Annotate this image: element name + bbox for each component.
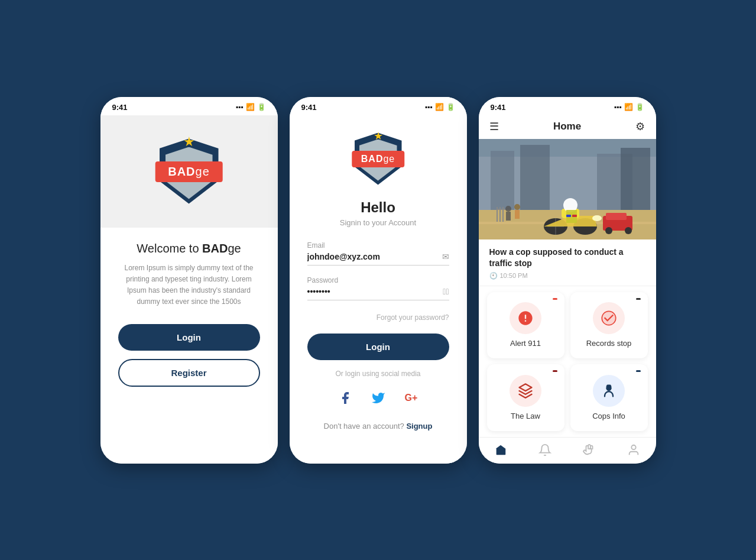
svg-rect-18 [572, 215, 577, 217]
status-icons-2: ▪▪▪ 📶 🔋 [425, 103, 455, 111]
records-icon-circle [593, 302, 625, 334]
email-field[interactable] [307, 252, 442, 261]
svg-rect-30 [497, 209, 505, 210]
welcome-brand: BAD [202, 242, 228, 255]
badge-banner-1: BADge [155, 161, 223, 182]
card1-label: Alert 911 [510, 339, 541, 348]
cops-icon-circle [593, 375, 625, 407]
clock-icon: 🕙 [489, 272, 498, 280]
welcome-title: Welcome to BADge [137, 242, 241, 255]
hamburger-icon[interactable]: ☰ [489, 120, 499, 133]
social-label: Or login using social media [335, 370, 420, 378]
feature-grid: Alert 911 Records stop [479, 286, 656, 437]
screen1-content: Welcome to BADge Lorem Ipsum is simply d… [100, 228, 278, 464]
badge-light-2: ge [383, 154, 395, 164]
screen2-body: ★ BADge Hello Signin to your Account Ema… [290, 115, 467, 464]
badge-star-1: ★ [183, 134, 195, 150]
password-toggle-icon[interactable]: 👁̸ [443, 287, 449, 296]
gplus-icon: G+ [405, 393, 418, 403]
status-time-3: 9:41 [491, 103, 506, 112]
bottom-nav [479, 437, 656, 464]
badge-shield-1: ★ BADge [157, 139, 222, 210]
card1-dot [553, 298, 557, 300]
status-bar-1: 9:41 ▪▪▪ 📶 🔋 [100, 97, 278, 115]
svg-rect-33 [607, 384, 611, 386]
nav-notifications-button[interactable] [538, 444, 551, 457]
signal-icon-3: ▪▪▪ [614, 103, 622, 111]
status-icons-3: ▪▪▪ 📶 🔋 [614, 103, 644, 111]
nav-profile-button[interactable] [627, 444, 640, 457]
badge-text-bold-1: BAD [168, 165, 195, 178]
status-icons-1: ▪▪▪ 📶 🔋 [236, 103, 266, 111]
screen2-phone: 9:41 ▪▪▪ 📶 🔋 ★ BADge Hello Signin to you [290, 97, 467, 464]
card2-dot [636, 298, 641, 300]
news-card: How a cop supposed to conduct a traffic … [479, 239, 656, 286]
badge-shield-2: ★ BADge [352, 133, 404, 190]
login-button[interactable]: Login [307, 334, 449, 360]
signin-subtitle: Signin to your Account [340, 218, 416, 227]
home-header: ☰ Home ⚙ [479, 115, 656, 139]
forgot-password-link[interactable]: Forgot your password? [307, 313, 449, 322]
welcome-description: Lorem Ipsum is simply dummy text of the … [118, 263, 260, 308]
svg-point-22 [625, 227, 632, 234]
screens-container: 9:41 ▪▪▪ 📶 🔋 ★ BADge [100, 97, 656, 464]
password-field[interactable] [307, 287, 443, 296]
screen1-register-button[interactable]: Register [118, 359, 260, 387]
badge-logo-1: ★ BADge [157, 139, 222, 210]
wifi-icon-1: 📶 [246, 103, 255, 111]
nav-home-button[interactable] [494, 444, 507, 457]
screen1-login-button[interactable]: Login [118, 324, 260, 351]
records-stop-card[interactable]: Records stop [570, 292, 648, 358]
signup-row: Don't have an account? Signup [324, 422, 433, 430]
card4-dot [636, 370, 641, 372]
email-input-group: Email ✉ [307, 241, 449, 266]
screen1-phone: 9:41 ▪▪▪ 📶 🔋 ★ BADge [100, 97, 278, 464]
email-icon: ✉ [442, 252, 449, 261]
svg-rect-24 [506, 212, 511, 221]
svg-rect-17 [566, 215, 571, 217]
cops-info-card[interactable]: Cops Info [570, 364, 648, 430]
news-title: How a cop supposed to conduct a traffic … [489, 247, 645, 270]
social-icons-row: G+ [333, 386, 423, 410]
law-icon-circle [510, 375, 541, 407]
news-time: 🕙 10:50 PM [489, 272, 645, 280]
card2-label: Records stop [586, 339, 632, 348]
svg-point-21 [605, 227, 612, 234]
signal-icon-2: ▪▪▪ [425, 103, 433, 111]
badge-bold-2: BAD [361, 154, 384, 164]
signal-icon-1: ▪▪▪ [236, 103, 244, 111]
svg-point-34 [631, 445, 635, 449]
battery-icon-1: 🔋 [257, 103, 266, 111]
status-bar-2: 9:41 ▪▪▪ 📶 🔋 [290, 97, 467, 115]
signup-link[interactable]: Signup [406, 422, 432, 430]
svg-rect-26 [515, 210, 520, 219]
battery-icon-2: 🔋 [446, 103, 455, 111]
home-page-title: Home [553, 121, 581, 132]
screen3-phone: 9:41 ▪▪▪ 📶 🔋 ☰ Home ⚙ [479, 97, 656, 464]
twitter-button[interactable] [366, 386, 390, 410]
card3-label: The Law [511, 412, 540, 420]
facebook-button[interactable] [333, 386, 357, 410]
screen1-body: ★ BADge Welcome to BADge Lorem Ipsum is … [100, 115, 278, 464]
hero-image [479, 139, 656, 239]
googleplus-button[interactable]: G+ [400, 386, 423, 410]
badge-logo-2: ★ BADge [352, 133, 404, 190]
hello-title: Hello [361, 199, 395, 216]
svg-point-14 [592, 215, 602, 221]
status-time-1: 9:41 [112, 103, 128, 112]
svg-rect-20 [606, 213, 627, 220]
nav-hand-button[interactable] [583, 444, 596, 457]
wifi-icon-2: 📶 [435, 103, 444, 111]
password-label: Password [307, 276, 449, 284]
alert-911-card[interactable]: Alert 911 [487, 292, 564, 358]
badge-text-light-1: ge [196, 165, 210, 178]
settings-icon[interactable]: ⚙ [635, 120, 645, 133]
the-law-card[interactable]: The Law [487, 364, 564, 430]
card3-dot [553, 370, 557, 372]
signup-prefix: Don't have an account? [324, 422, 407, 430]
splash-area: ★ BADge [100, 115, 278, 228]
battery-icon-3: 🔋 [635, 103, 644, 111]
password-input-group: Password 👁̸ [307, 276, 449, 300]
svg-point-23 [505, 206, 511, 212]
alert-icon-circle [510, 302, 541, 334]
